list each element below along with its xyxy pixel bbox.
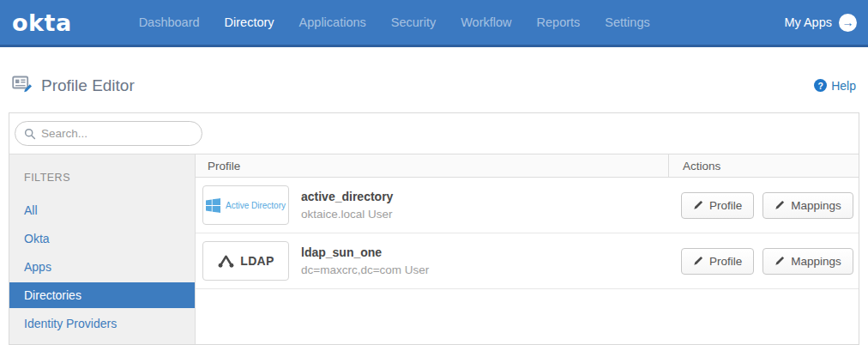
search-icon bbox=[24, 128, 36, 140]
profile-description: dc=maxcrc,dc=com User bbox=[301, 263, 429, 276]
help-link[interactable]: ? Help bbox=[814, 79, 856, 93]
search-input[interactable] bbox=[41, 127, 193, 140]
filter-item-identity-providers[interactable]: Identity Providers bbox=[9, 311, 195, 336]
arrow-right-icon: → bbox=[839, 14, 857, 32]
filters-heading: FILTERS bbox=[9, 165, 195, 197]
my-apps-link[interactable]: My Apps → bbox=[784, 14, 857, 32]
pencil-icon bbox=[693, 256, 703, 266]
nav-item-dashboard[interactable]: Dashboard bbox=[139, 15, 200, 29]
profile-name: active_directory bbox=[301, 190, 393, 203]
column-header-profile: Profile bbox=[196, 154, 668, 177]
table-header: Profile Actions bbox=[196, 154, 859, 178]
profile-description: oktaice.local User bbox=[301, 208, 393, 221]
primary-nav: Dashboard Directory Applications Securit… bbox=[139, 15, 650, 29]
page-title: Profile Editor bbox=[41, 76, 135, 95]
okta-logo[interactable]: okta bbox=[12, 9, 72, 36]
top-navbar: okta Dashboard Directory Applications Se… bbox=[0, 0, 868, 47]
nav-item-security[interactable]: Security bbox=[391, 15, 436, 29]
nav-item-applications[interactable]: Applications bbox=[299, 15, 366, 29]
page-header: Profile Editor ? Help bbox=[12, 73, 856, 98]
ldap-logo-text: LDAP bbox=[240, 254, 274, 268]
search-row bbox=[9, 113, 859, 154]
profile-button[interactable]: Profile bbox=[681, 248, 754, 275]
pencil-icon bbox=[775, 200, 785, 210]
nav-item-reports[interactable]: Reports bbox=[537, 15, 581, 29]
filter-item-apps[interactable]: Apps bbox=[9, 254, 195, 280]
active-directory-logo: Active Directory bbox=[202, 185, 289, 225]
my-apps-label: My Apps bbox=[784, 15, 832, 29]
table-row: LDAP ldap_sun_one dc=maxcrc,dc=com User … bbox=[196, 233, 859, 289]
filter-item-okta[interactable]: Okta bbox=[9, 226, 195, 251]
filters-sidebar: FILTERS All Okta Apps Directories Identi… bbox=[9, 154, 196, 344]
search-box bbox=[15, 121, 202, 146]
profile-button[interactable]: Profile bbox=[681, 192, 754, 219]
help-label: Help bbox=[831, 79, 856, 93]
profiles-table: Profile Actions Active Directory active_… bbox=[196, 154, 859, 344]
pencil-icon bbox=[693, 200, 703, 210]
profile-editor-icon bbox=[12, 74, 33, 98]
pencil-icon bbox=[775, 256, 785, 266]
table-row: Active Directory active_directory oktaic… bbox=[196, 178, 859, 233]
mappings-button[interactable]: Mappings bbox=[763, 248, 853, 275]
nav-item-workflow[interactable]: Workflow bbox=[461, 15, 511, 29]
profile-editor-panel: FILTERS All Okta Apps Directories Identi… bbox=[9, 112, 859, 345]
ldap-logo: LDAP bbox=[202, 241, 289, 281]
mappings-button[interactable]: Mappings bbox=[763, 192, 853, 219]
help-icon: ? bbox=[814, 79, 827, 92]
nav-item-settings[interactable]: Settings bbox=[605, 15, 649, 29]
profile-name: ldap_sun_one bbox=[301, 245, 429, 259]
active-directory-logo-text: Active Directory bbox=[226, 201, 286, 210]
column-header-actions: Actions bbox=[668, 154, 859, 177]
filter-item-all[interactable]: All bbox=[9, 197, 195, 223]
filter-item-directories[interactable]: Directories bbox=[9, 282, 195, 308]
nav-item-directory[interactable]: Directory bbox=[225, 15, 274, 29]
